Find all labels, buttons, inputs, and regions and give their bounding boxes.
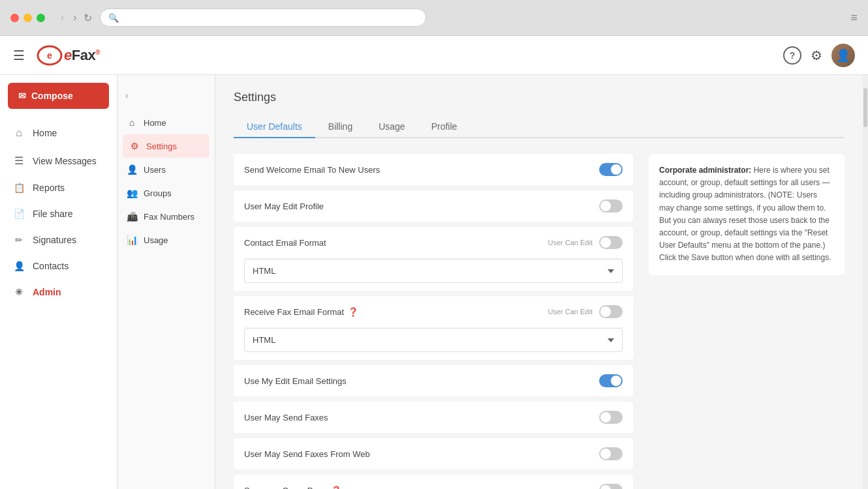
- contact-email-format-dropdown[interactable]: HTML Plain Text: [244, 259, 623, 283]
- sub-nav-home-label: Home: [144, 118, 166, 128]
- receive-fax-help-icon[interactable]: ❓: [348, 307, 358, 317]
- sidebar-item-contacts[interactable]: 👤 Contacts: [0, 253, 117, 279]
- toggle-receive-fax-user-edit[interactable]: [599, 305, 623, 318]
- setting-user-may-send-faxes-label: User May Send Faxes: [244, 413, 328, 422]
- sidebar-item-signatures[interactable]: ✏ Signatures: [0, 227, 117, 253]
- main-layout: ✉ Compose ⌂ Home ☰ View Messages 📋 Repor…: [0, 75, 868, 489]
- sidebar-item-admin-label: Admin: [33, 287, 61, 297]
- sub-nav-users-label: Users: [144, 165, 166, 175]
- hamburger-menu[interactable]: ☰: [13, 48, 25, 63]
- sub-nav-fax-numbers-label: Fax Numbers: [144, 212, 194, 222]
- sub-nav-settings[interactable]: ⚙ Settings: [123, 134, 209, 158]
- setting-user-may-send-faxes-from-web-label: User May Send Faxes From Web: [244, 449, 370, 459]
- setting-user-may-send-faxes-from-web: User May Send Faxes From Web: [244, 438, 623, 469]
- suppress-cover-help-icon[interactable]: ❓: [331, 486, 341, 490]
- sub-nav-groups-label: Groups: [144, 188, 172, 198]
- toggle-send-welcome-email[interactable]: [599, 163, 623, 176]
- sub-fax-icon: 📠: [127, 211, 137, 222]
- sidebar-item-signatures-label: Signatures: [33, 235, 76, 245]
- sidebar-item-file-share[interactable]: 📄 File share: [0, 201, 117, 227]
- sub-nav-home[interactable]: ⌂ Home: [117, 111, 215, 134]
- browser-search-bar[interactable]: 🔍: [100, 8, 426, 27]
- gear-icon[interactable]: ⚙: [811, 48, 822, 63]
- sub-sidebar-back[interactable]: ‹: [117, 85, 215, 111]
- compose-icon: ✉: [18, 91, 26, 101]
- setting-user-may-send-faxes: User May Send Faxes: [244, 402, 623, 433]
- content-area: Settings User Defaults Billing Usage Pro…: [215, 75, 863, 489]
- page-title: Settings: [234, 91, 845, 104]
- compose-label: Compose: [31, 91, 73, 101]
- toggle-contact-email-user-edit[interactable]: [599, 236, 623, 249]
- sidebar-item-reports-label: Reports: [33, 183, 65, 193]
- sidebar-item-view-messages-label: View Messages: [33, 156, 97, 166]
- sub-home-icon: ⌂: [127, 117, 137, 128]
- back-chevron-icon: ‹: [125, 91, 128, 100]
- file-share-icon: 📄: [13, 209, 25, 219]
- nav-buttons: ‹ › ↻: [58, 10, 92, 25]
- setting-contact-email-format-label: Contact Email Format: [244, 238, 326, 248]
- sub-groups-icon: 👥: [127, 188, 137, 198]
- setting-send-welcome-email: Send Welcome Email To New Users: [244, 154, 623, 185]
- sub-sidebar: ‹ ⌂ Home ⚙ Settings 👤 Users 👥 Groups 📠 F…: [117, 75, 215, 489]
- sidebar-item-admin[interactable]: ✳ Admin: [0, 279, 117, 305]
- toggle-user-may-send-faxes-from-web[interactable]: [599, 447, 623, 460]
- toggle-use-my-edit-email[interactable]: [599, 374, 623, 387]
- settings-card-7: User May Send Faxes From Web: [234, 438, 633, 469]
- toggle-suppress-cover-page[interactable]: [599, 484, 623, 489]
- receive-fax-dropdown-wrapper: HTML Plain Text: [244, 328, 623, 360]
- contacts-icon: 👤: [13, 261, 25, 271]
- sub-nav-usage[interactable]: 📊 Usage: [117, 228, 215, 252]
- receive-fax-user-can-edit: User Can Edit: [548, 308, 593, 316]
- sub-nav-usage-label: Usage: [144, 235, 168, 245]
- settings-card-5: Use My Edit Email Settings: [234, 365, 633, 396]
- tab-billing[interactable]: Billing: [315, 116, 365, 138]
- sub-nav-fax-numbers[interactable]: 📠 Fax Numbers: [117, 205, 215, 228]
- settings-info-panel: Corporate administrator: Here is where y…: [649, 154, 845, 275]
- setting-contact-email-format-row: Contact Email Format User Can Edit: [244, 227, 623, 259]
- settings-card-3: Contact Email Format User Can Edit HTML …: [234, 227, 633, 291]
- top-right-actions: ? ⚙ 👤: [783, 44, 855, 67]
- help-icon[interactable]: ?: [783, 46, 801, 65]
- forward-button[interactable]: ›: [70, 10, 79, 25]
- back-button[interactable]: ‹: [58, 10, 67, 25]
- setting-receive-fax-email-format-label: Receive Fax Email Format ❓: [244, 307, 358, 317]
- sub-usage-icon: 📊: [127, 235, 137, 245]
- app-container: ☰ e eFax® ? ⚙ 👤 ✉ Compose: [0, 36, 868, 489]
- toggle-user-may-edit-profile[interactable]: [599, 200, 623, 213]
- sidebar-item-home-label: Home: [33, 128, 57, 138]
- compose-button[interactable]: ✉ Compose: [8, 83, 109, 109]
- settings-card-1: Send Welcome Email To New Users: [234, 154, 633, 185]
- efax-logo-icon: e: [35, 44, 64, 67]
- admin-icon: ✳: [13, 287, 25, 297]
- maximize-button[interactable]: [37, 14, 45, 22]
- sidebar-item-reports[interactable]: 📋 Reports: [0, 175, 117, 201]
- sub-settings-icon: ⚙: [129, 141, 140, 151]
- svg-text:e: e: [47, 50, 52, 61]
- setting-contact-email-format-controls: User Can Edit: [548, 236, 623, 249]
- settings-card-4: Receive Fax Email Format ❓ User Can Edit…: [234, 296, 633, 360]
- setting-user-may-edit-profile-label: User May Edit Profile: [244, 201, 324, 211]
- scrollbar[interactable]: [863, 75, 868, 489]
- sidebar-item-home[interactable]: ⌂ Home: [0, 119, 117, 147]
- sidebar-item-view-messages[interactable]: ☰ View Messages: [0, 147, 117, 175]
- sub-nav-users[interactable]: 👤 Users: [117, 158, 215, 181]
- refresh-button[interactable]: ↻: [84, 10, 92, 25]
- receive-fax-email-format-dropdown[interactable]: HTML Plain Text: [244, 328, 623, 352]
- settings-card-2: User May Edit Profile: [234, 190, 633, 222]
- setting-suppress-cover-page: Suppress Cover Page ❓: [244, 475, 623, 489]
- tab-usage[interactable]: Usage: [365, 116, 418, 138]
- browser-menu-icon[interactable]: ≡: [850, 11, 858, 25]
- settings-left-panel: Send Welcome Email To New Users User May…: [234, 154, 633, 489]
- setting-user-may-edit-profile: User May Edit Profile: [244, 190, 623, 222]
- minimize-button[interactable]: [23, 14, 32, 22]
- tab-user-defaults[interactable]: User Defaults: [234, 116, 315, 138]
- top-bar: ☰ e eFax® ? ⚙ 👤: [0, 36, 868, 75]
- tab-profile[interactable]: Profile: [418, 116, 471, 138]
- settings-card-8: Suppress Cover Page ❓: [234, 475, 633, 489]
- close-button[interactable]: [10, 14, 19, 22]
- scrollbar-thumb[interactable]: [863, 88, 867, 127]
- sub-nav-groups[interactable]: 👥 Groups: [117, 181, 215, 205]
- reports-icon: 📋: [13, 183, 25, 193]
- toggle-user-may-send-faxes[interactable]: [599, 411, 623, 424]
- avatar[interactable]: 👤: [831, 44, 855, 67]
